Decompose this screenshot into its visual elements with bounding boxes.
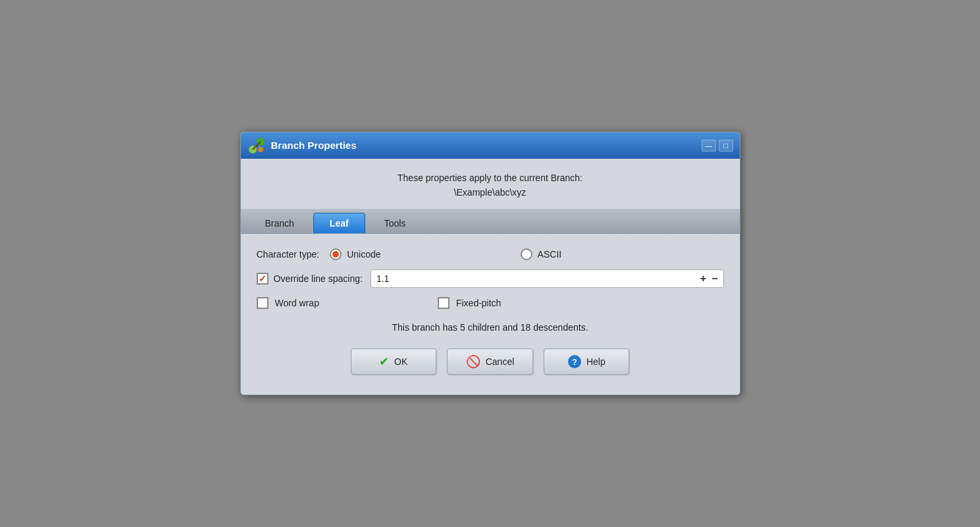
help-icon: ? [568, 355, 581, 368]
line-spacing-checkbox[interactable]: ✓ [257, 273, 269, 285]
line-spacing-checkbox-wrapper: ✓ Override line spacing: [257, 273, 363, 285]
spinner-buttons: + − [700, 273, 718, 285]
ok-icon: ✔ [379, 354, 389, 369]
dialog-window: Branch Properties — □ These properties a… [240, 132, 740, 396]
line-spacing-label: Override line spacing: [274, 273, 363, 284]
subtitle-area: These properties apply to the current Br… [241, 159, 740, 209]
radio-ascii-label: ASCII [538, 249, 562, 260]
word-wrap-checkbox[interactable]: ✓ [257, 297, 269, 309]
help-button[interactable]: ? Help [544, 348, 629, 375]
cancel-icon: 🚫 [466, 354, 480, 369]
radio-unicode[interactable]: Unicode [330, 248, 380, 260]
subtitle-line2: \Example\abc\xyz [254, 185, 727, 200]
radio-unicode-label: Unicode [347, 249, 380, 260]
word-wrap-option[interactable]: ✓ Word wrap [257, 297, 319, 309]
radio-unicode-indicator [332, 251, 339, 258]
increment-button[interactable]: + [700, 273, 706, 285]
options-row: ✓ Word wrap ✓ Fixed-pitch [257, 297, 724, 309]
tab-content: Character type: Unicode ASCII [241, 234, 740, 395]
ok-button[interactable]: ✔ OK [351, 348, 436, 375]
line-spacing-checkmark: ✓ [259, 274, 267, 283]
line-spacing-row: ✓ Override line spacing: 1.1 + − [257, 269, 724, 288]
decrement-button[interactable]: − [711, 273, 717, 285]
cancel-button[interactable]: 🚫 Cancel [447, 348, 534, 375]
button-row: ✔ OK 🚫 Cancel ? Help [257, 348, 724, 381]
character-type-radio-group: Unicode ASCII [330, 248, 561, 260]
minimize-button[interactable]: — [702, 140, 716, 152]
ok-label: OK [394, 356, 407, 367]
line-spacing-input-wrapper: 1.1 + − [371, 269, 724, 288]
tab-bar: Branch Leaf Tools [241, 209, 740, 234]
tab-tools[interactable]: Tools [368, 213, 423, 233]
app-icon [247, 136, 266, 155]
dialog-title: Branch Properties [271, 140, 702, 151]
svg-point-2 [258, 147, 263, 152]
window-controls: — □ [702, 140, 733, 152]
tab-leaf[interactable]: Leaf [313, 213, 365, 233]
radio-unicode-button[interactable] [330, 248, 342, 260]
fixed-pitch-label: Fixed-pitch [456, 298, 501, 308]
title-bar: Branch Properties — □ [241, 132, 740, 159]
word-wrap-label: Word wrap [275, 298, 319, 308]
character-type-row: Character type: Unicode ASCII [257, 248, 724, 260]
info-text: This branch has 5 children and 18 descen… [257, 322, 724, 333]
tab-branch[interactable]: Branch [249, 213, 311, 233]
radio-ascii-button[interactable] [521, 248, 532, 260]
radio-ascii[interactable]: ASCII [521, 248, 562, 260]
line-spacing-value: 1.1 [376, 273, 700, 284]
character-type-label: Character type: [257, 249, 320, 260]
maximize-button[interactable]: □ [719, 140, 733, 152]
help-label: Help [586, 356, 606, 367]
cancel-label: Cancel [486, 356, 515, 367]
fixed-pitch-checkbox[interactable]: ✓ [438, 297, 450, 309]
fixed-pitch-option[interactable]: ✓ Fixed-pitch [438, 297, 501, 309]
subtitle-line1: These properties apply to the current Br… [254, 171, 727, 185]
